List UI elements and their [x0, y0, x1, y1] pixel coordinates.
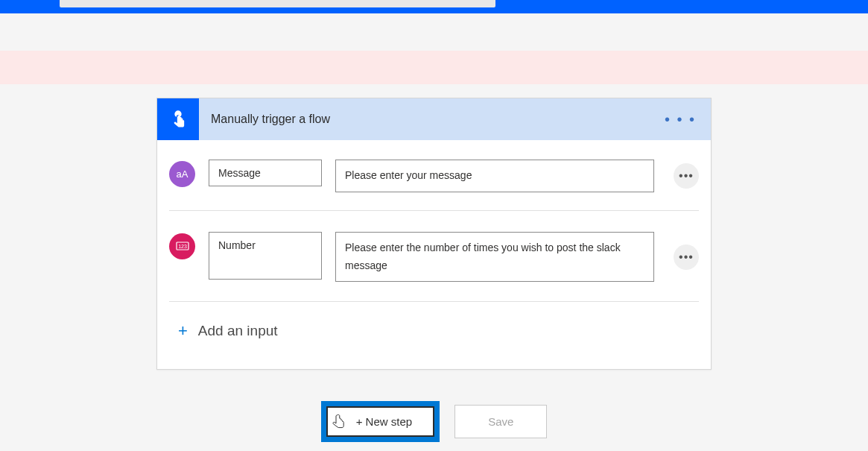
number-glyph-icon: 123	[176, 242, 189, 250]
input-row: 123 Number Please enter the number of ti…	[169, 210, 699, 291]
input-row: aA Message Please enter your message •••	[169, 151, 699, 201]
trigger-card-header[interactable]: Manually trigger a flow • • •	[157, 98, 711, 140]
trigger-card: Manually trigger a flow • • • aA Message…	[156, 98, 712, 370]
trigger-icon-block	[157, 98, 199, 140]
error-banner	[0, 51, 868, 84]
text-type-icon[interactable]: aA	[169, 161, 195, 187]
trigger-title[interactable]: Manually trigger a flow	[211, 113, 662, 126]
save-button[interactable]: Save	[454, 405, 547, 438]
top-blue-bar	[0, 0, 868, 13]
new-step-highlight: + New step	[321, 401, 440, 442]
add-input-label: Add an input	[198, 323, 278, 339]
more-icon[interactable]: • • •	[662, 108, 699, 131]
search-bar-remnant[interactable]	[60, 0, 495, 7]
footer-actions: + New step Save	[0, 401, 868, 442]
pointer-cursor-icon	[331, 414, 346, 430]
input-name-field[interactable]: Message	[209, 160, 322, 186]
input-description-field[interactable]: Please enter the number of times you wis…	[335, 232, 654, 283]
input-name-field[interactable]: Number	[209, 232, 322, 280]
number-type-icon[interactable]: 123	[169, 233, 195, 259]
row-more-icon[interactable]: •••	[674, 163, 699, 189]
row-more-icon[interactable]: •••	[674, 245, 699, 270]
touch-icon	[168, 109, 189, 130]
plus-icon: +	[178, 321, 188, 341]
trigger-card-body: aA Message Please enter your message •••…	[157, 140, 711, 369]
svg-text:123: 123	[178, 244, 187, 249]
add-input-button[interactable]: + Add an input	[169, 302, 699, 363]
input-description-field[interactable]: Please enter your message	[335, 160, 654, 192]
